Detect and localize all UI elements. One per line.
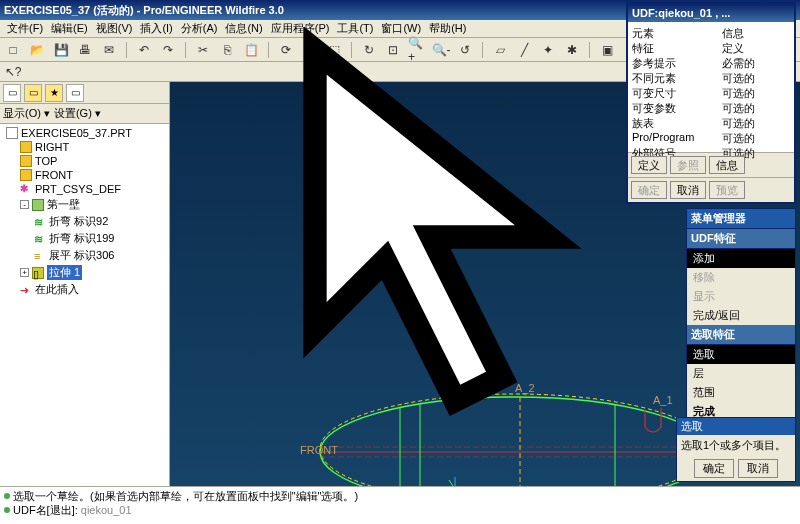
filter-set[interactable]: 设置(G) ▾ (54, 106, 101, 121)
filter-show[interactable]: 显示(O) ▾ (3, 106, 50, 121)
tree-btn-2[interactable]: ▭ (24, 84, 42, 102)
menu-item-select[interactable]: 选取 (687, 345, 795, 364)
udf-ok-button: 确定 (631, 181, 667, 199)
udf-cancel-button[interactable]: 取消 (670, 181, 706, 199)
select-dialog-title: 选取 (681, 419, 703, 434)
menu-sel-feat-header: 选取特征 (687, 325, 795, 345)
save-icon[interactable]: 💾 (52, 41, 70, 59)
new-icon[interactable]: □ (4, 41, 22, 59)
select-dialog[interactable]: 选取 选取1个或多个项目。 确定 取消 (676, 417, 796, 482)
menu-udf-feat-header: UDF特征 (687, 229, 795, 249)
select-arrow-icon[interactable]: ↖? (4, 63, 22, 81)
udf-info-button[interactable]: 信息 (709, 156, 745, 174)
menu-item-layer[interactable]: 层 (687, 364, 795, 383)
status-bullet-icon (4, 507, 10, 513)
select-ok-button[interactable]: 确定 (694, 459, 734, 478)
tree-btn-3[interactable]: ★ (45, 84, 63, 102)
status-line-2b: qiekou_01 (81, 503, 132, 517)
tree-btn-1[interactable]: ▭ (3, 84, 21, 102)
menu-file[interactable]: 文件(F) (4, 20, 46, 37)
status-line-2a: UDF名[退出]: (13, 503, 78, 517)
udf-preview-button: 预览 (709, 181, 745, 199)
tree-btn-4[interactable]: ▭ (66, 84, 84, 102)
menu-item-add[interactable]: 添加 (687, 249, 795, 268)
udf-dialog[interactable]: UDF:qiekou_01 , ... 元素信息 特征定义 参考提示必需的 不同… (626, 2, 796, 204)
status-line-1: 选取一个草绘。(如果首选内部草绘，可在放置面板中找到"编辑"选项。) (13, 489, 358, 503)
menu-item-remove: 移除 (687, 268, 795, 287)
menu-view[interactable]: 视图(V) (93, 20, 136, 37)
select-cancel-button[interactable]: 取消 (738, 459, 778, 478)
menu-item-range[interactable]: 范围 (687, 383, 795, 402)
menu-item-show: 显示 (687, 287, 795, 306)
udf-define-button[interactable]: 定义 (631, 156, 667, 174)
mail-icon[interactable]: ✉ (100, 41, 118, 59)
open-icon[interactable]: 📂 (28, 41, 46, 59)
menu-mgr-title: 菜单管理器 (687, 209, 795, 229)
udf-dialog-title: UDF:qiekou_01 , ... (628, 4, 794, 22)
menu-item-done[interactable]: 完成/返回 (687, 306, 795, 325)
status-bar: 选取一个草绘。(如果首选内部草绘，可在放置面板中找到"编辑"选项。) UDF名[… (0, 486, 800, 524)
menu-edit[interactable]: 编辑(E) (48, 20, 91, 37)
status-bullet-icon (4, 493, 10, 499)
select-dialog-msg: 选取1个或多个项目。 (677, 435, 795, 456)
print-icon[interactable]: 🖶 (76, 41, 94, 59)
menu-manager[interactable]: 菜单管理器 UDF特征 添加 移除 显示 完成/返回 选取特征 选取 层 范围 … (686, 208, 796, 441)
udf-element-list: 元素信息 特征定义 参考提示必需的 不同元素可选的 可变尺寸可选的 可变参数可选… (628, 22, 794, 152)
udf-ref-button: 参照 (670, 156, 706, 174)
